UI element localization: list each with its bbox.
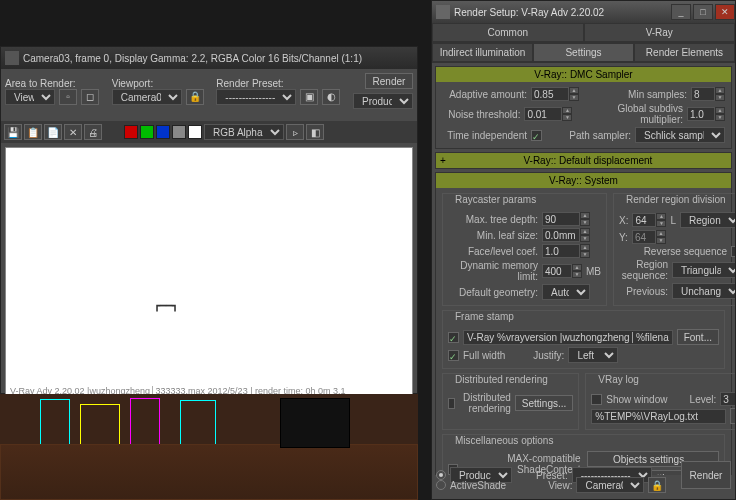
area-select[interactable]: View xyxy=(5,89,55,105)
gsm-input[interactable] xyxy=(687,107,715,121)
adaptive-label: Adaptive amount: xyxy=(442,89,527,100)
copy-icon[interactable]: 📋 xyxy=(24,124,42,140)
dml-input[interactable] xyxy=(542,264,572,278)
fw-checkbox[interactable] xyxy=(448,350,459,361)
flc-input[interactable] xyxy=(542,244,580,258)
noise-label: Noise threshold: xyxy=(442,109,520,120)
tabs-row2: Indirect illumination Settings Render El… xyxy=(432,43,735,63)
justify-select[interactable]: Left xyxy=(568,347,618,363)
render-frame-window: Camera03, frame 0, Display Gamma: 2.2, R… xyxy=(0,46,418,394)
alpha-channel[interactable] xyxy=(172,125,186,139)
rs-select[interactable]: Triangulation xyxy=(672,262,735,278)
area-clear-btn[interactable]: ◻ xyxy=(81,89,99,105)
area-edit-btn[interactable]: ▫ xyxy=(59,89,77,105)
mono-channel[interactable] xyxy=(188,125,202,139)
render-button[interactable]: Render xyxy=(365,73,413,89)
time-checkbox[interactable] xyxy=(531,130,542,141)
maximize-button[interactable]: □ xyxy=(693,4,713,20)
browse-icon[interactable]: … xyxy=(730,408,735,424)
path-select[interactable]: Schlick sampling xyxy=(635,127,725,143)
min-label: Min samples: xyxy=(628,89,687,100)
adaptive-input[interactable] xyxy=(531,87,569,101)
tab-common[interactable]: Common xyxy=(432,23,584,42)
l-select[interactable]: Region W/H xyxy=(680,212,735,228)
path-label: Path sampler: xyxy=(569,130,631,141)
minimize-button[interactable]: _ xyxy=(671,4,691,20)
save-icon[interactable]: 💾 xyxy=(4,124,22,140)
red-channel[interactable] xyxy=(124,125,138,139)
window-title: Render Setup: V-Ray Adv 2.20.02 xyxy=(454,7,604,18)
viewport-wireframe xyxy=(0,394,418,500)
blue-channel[interactable] xyxy=(156,125,170,139)
print-icon[interactable]: 🖨 xyxy=(84,124,102,140)
frame-title: Camera03, frame 0, Display Gamma: 2.2, R… xyxy=(23,53,362,64)
fs-legend: Frame stamp xyxy=(452,311,517,322)
lock-view-icon[interactable]: 🔒 xyxy=(648,477,666,493)
lock-icon[interactable]: 🔒 xyxy=(186,89,204,105)
production-select[interactable]: Production xyxy=(353,93,413,109)
fs-input[interactable] xyxy=(463,330,673,345)
min-input[interactable] xyxy=(691,87,715,101)
displacement-header[interactable]: V-Ray:: Default displacement xyxy=(436,153,731,168)
y-input xyxy=(632,230,656,244)
footer-render-button[interactable]: Render xyxy=(681,461,731,489)
render-setup-window: Render Setup: V-Ray Adv 2.20.02 _ □ ✕ Co… xyxy=(431,0,736,500)
viewport-select[interactable]: Camera03 xyxy=(112,89,182,105)
dg-select[interactable]: Auto xyxy=(542,284,590,300)
system-header[interactable]: V-Ray:: System xyxy=(436,173,731,188)
dr-legend: Distributed rendering xyxy=(452,374,551,385)
rrd-legend: Render region division xyxy=(623,194,729,205)
area-label: Area to Render: xyxy=(5,78,99,89)
max-icon xyxy=(5,51,19,65)
tab-indirect[interactable]: Indirect illumination xyxy=(432,43,533,62)
log-path-input[interactable] xyxy=(591,409,726,424)
prev-select[interactable]: Unchanged xyxy=(672,283,735,299)
frame-titlebar[interactable]: Camera03, frame 0, Display Gamma: 2.2, R… xyxy=(1,47,417,69)
viewport-label: Viewport: xyxy=(112,78,204,89)
tool1-icon[interactable]: ▹ xyxy=(286,124,304,140)
preset-label: Render Preset: xyxy=(216,78,340,89)
render-footer: Production Preset: --------------- Rende… xyxy=(436,459,731,495)
activeshade-radio[interactable] xyxy=(436,480,446,490)
mtd-input[interactable] xyxy=(542,212,580,226)
rendered-object: ┏━━┓ xyxy=(154,300,174,306)
preset-opt2-btn[interactable]: ◐ xyxy=(322,89,340,105)
dmc-header[interactable]: V-Ray:: DMC Sampler xyxy=(436,67,731,82)
x-input[interactable] xyxy=(632,213,656,227)
dr-checkbox[interactable] xyxy=(448,398,455,409)
fs-checkbox[interactable] xyxy=(448,332,459,343)
channel-toolbar: 💾 📋 📄 ✕ 🖨 RGB Alpha ▹ ◧ xyxy=(1,121,417,143)
tabs-row1: Common V-Ray xyxy=(432,23,735,43)
production-radio[interactable] xyxy=(436,470,446,480)
time-label: Time independent xyxy=(442,130,527,141)
rev-checkbox[interactable] xyxy=(731,246,735,257)
window-titlebar[interactable]: Render Setup: V-Ray Adv 2.20.02 _ □ ✕ xyxy=(432,1,735,23)
gsm-label: Global subdivs multiplier: xyxy=(580,103,683,125)
spin-up[interactable]: ▲ xyxy=(569,87,579,94)
tab-elements[interactable]: Render Elements xyxy=(634,43,735,62)
fb-toggle-icon[interactable]: ◧ xyxy=(306,124,324,140)
clone-icon[interactable]: 📄 xyxy=(44,124,62,140)
channel-select[interactable]: RGB Alpha xyxy=(204,124,284,140)
vray-icon xyxy=(436,5,450,19)
noise-input[interactable] xyxy=(524,107,562,121)
tab-settings[interactable]: Settings xyxy=(533,43,634,62)
render-canvas: ┏━━┓ V-Ray Adv 2.20.02 |wuzhongzheng│333… xyxy=(5,147,413,399)
font-button[interactable]: Font... xyxy=(677,329,719,345)
vlog-legend: VRay log xyxy=(595,374,642,385)
dr-settings-button[interactable]: Settings... xyxy=(515,395,573,411)
green-channel[interactable] xyxy=(140,125,154,139)
mls-input[interactable] xyxy=(542,228,580,242)
spin-down[interactable]: ▼ xyxy=(569,94,579,101)
misc-legend: Miscellaneous options xyxy=(452,435,556,446)
lvl-input[interactable] xyxy=(720,392,735,406)
footer-view-select[interactable]: Camera03 xyxy=(576,477,644,493)
preset-opt1-btn[interactable]: ▣ xyxy=(300,89,318,105)
tab-vray[interactable]: V-Ray xyxy=(584,23,736,42)
clear-icon[interactable]: ✕ xyxy=(64,124,82,140)
ray-legend: Raycaster params xyxy=(452,194,539,205)
preset-select[interactable]: --------------- xyxy=(216,89,296,105)
sw-checkbox[interactable] xyxy=(591,394,602,405)
close-button[interactable]: ✕ xyxy=(715,4,735,20)
